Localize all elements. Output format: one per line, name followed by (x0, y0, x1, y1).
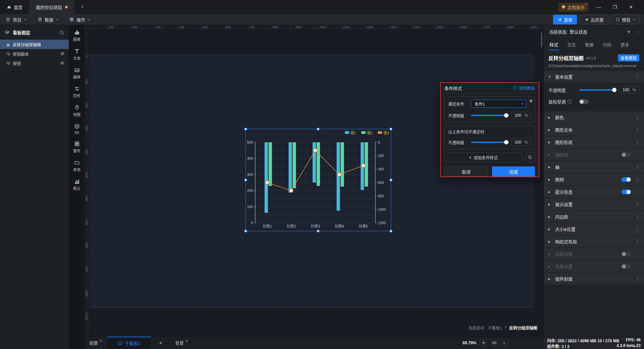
layer-item[interactable]: 按钮副本 (0, 49, 69, 58)
kebab-menu-icon[interactable]: ⋮ (635, 264, 640, 269)
section-组件封面[interactable]: ▶组件封面⋮ (544, 273, 644, 285)
layer-item[interactable]: 按钮 (0, 58, 69, 68)
tab-代码[interactable]: 代码 (603, 39, 611, 50)
minimize-button[interactable]: — (593, 0, 604, 14)
toolbar-item-map[interactable]: 地图 (73, 105, 80, 117)
add-board-button[interactable]: + (151, 337, 170, 349)
section-内边距[interactable]: ▶内边距⋮ (544, 211, 644, 222)
custom-service-badge[interactable]: 定制服务 (558, 3, 588, 12)
menu-data[interactable]: 数据 (32, 14, 64, 25)
toolbar-item-kit[interactable]: 套件 (73, 141, 80, 153)
publish-button[interactable]: 发布 (553, 15, 577, 24)
circle-plus-icon[interactable] (99, 339, 103, 343)
preview-button[interactable]: 预览 (611, 15, 639, 24)
section-大小&位置[interactable]: ▶大小&位置⋮ (544, 223, 644, 235)
breadcrumb-parent[interactable]: 子看板1 (488, 325, 502, 331)
slider-thumb[interactable] (612, 88, 616, 92)
tab-样式[interactable]: 样式 (549, 39, 558, 50)
kebab-menu-icon[interactable]: ⋮ (635, 74, 640, 79)
opacity-input[interactable]: 100 % (619, 86, 639, 94)
section-背景设置[interactable]: ▶背景设置⋮ (544, 260, 644, 272)
home-tab[interactable]: 首页 (0, 0, 29, 14)
kebab-menu-icon[interactable]: ⋮ (635, 276, 640, 281)
kebab-menu-icon[interactable]: ⋮ (635, 227, 640, 232)
section-toggle[interactable] (622, 152, 631, 157)
confirm-button[interactable]: 完成 (492, 166, 535, 177)
cloud-hosting-button[interactable]: 云托管 (580, 15, 608, 24)
section-轴[interactable]: ▶轴⋮ (544, 161, 644, 173)
layer-item[interactable]: 反转分组双轴图 (0, 40, 69, 49)
condition-select[interactable]: 条件1 (471, 100, 527, 108)
cancel-button[interactable]: 取消 (444, 166, 488, 177)
toolbar-item-widget[interactable]: 控件 (73, 86, 80, 98)
section-图形形状[interactable]: ▶图形形状⋮ (544, 136, 644, 148)
section-展示设置[interactable]: ▶展示设置⋮ (544, 198, 644, 210)
section-toggle[interactable] (622, 252, 631, 256)
menu-project[interactable]: 项目 (0, 14, 32, 25)
tutorial-link[interactable]: ? 使用教程 (513, 85, 535, 91)
toolbar-item-default[interactable]: 默认 (73, 179, 80, 191)
section-响应式布局[interactable]: ▶响应式布局⋮ (544, 236, 644, 247)
fallback-opacity-input[interactable]: 100 % (511, 139, 531, 146)
selection-handle[interactable] (317, 230, 320, 233)
toolbar-item-cube[interactable]: 3D (74, 123, 80, 135)
section-图形文本[interactable]: ▶图形文本⋮ (544, 124, 644, 136)
circle-plus-icon[interactable] (185, 339, 189, 343)
slider-thumb[interactable] (504, 113, 508, 118)
eye-off-icon[interactable] (60, 51, 65, 56)
selection-handle[interactable] (389, 128, 392, 131)
toolbar-item-media[interactable]: 媒体 (73, 67, 80, 80)
kebab-menu-icon[interactable]: ⋮ (635, 251, 640, 256)
eye-off-icon[interactable] (60, 61, 65, 65)
legend-item[interactable]: 值2 (361, 130, 373, 135)
selection-handle[interactable] (244, 179, 247, 182)
kebab-menu-icon[interactable]: ⋮ (635, 164, 640, 169)
zoom-level[interactable]: 69.79% (463, 341, 476, 345)
kebab-menu-icon[interactable]: ⋮ (635, 127, 640, 132)
close-button[interactable]: ✕ (625, 0, 637, 14)
selection-handle[interactable] (389, 230, 392, 233)
kebab-menu-icon[interactable]: ⋮ (635, 202, 640, 207)
background-tab[interactable]: 背景 (170, 337, 193, 349)
kebab-menu-icon[interactable]: ⋮ (635, 189, 640, 194)
console-button[interactable] (501, 339, 508, 347)
kebab-menu-icon[interactable]: ⋮ (635, 214, 640, 219)
selection-handle[interactable] (389, 179, 392, 182)
new-tab-button[interactable]: + (74, 0, 90, 14)
selection-handle[interactable] (244, 128, 247, 131)
section-basic-settings[interactable]: ▼ 基本设置 ⋮ (544, 71, 644, 83)
kebab-menu-icon[interactable]: ⋮ (635, 177, 640, 182)
foreground-tab[interactable]: 前景 (85, 337, 107, 349)
expand-states-icon[interactable]: › (637, 29, 639, 34)
section-toggle[interactable] (622, 177, 631, 182)
breadcrumb-target[interactable]: 反转分组双轴图 (509, 325, 537, 331)
menu-actions[interactable]: 操作 (64, 14, 96, 25)
project-tab[interactable]: 我的空白项目 (29, 0, 74, 14)
fallback-opacity-slider[interactable] (471, 142, 508, 143)
toolbar-item-chart[interactable]: 图表 (73, 30, 80, 42)
biaxial-chart-widget[interactable]: 值1值2值3 010020030040050002004006008001000… (246, 129, 391, 231)
remove-condition-icon[interactable]: ✕ (529, 99, 533, 103)
fit-view-button[interactable] (480, 339, 487, 347)
canvas-area[interactable]: 1002003004005006007008009001000110012001… (85, 25, 543, 349)
legend-item[interactable]: 值3 (378, 130, 389, 135)
opacity-slider[interactable] (579, 89, 616, 91)
slider-thumb[interactable] (504, 140, 508, 145)
mouse-through-toggle[interactable] (579, 99, 589, 104)
view-tutorial-button[interactable]: 查看教程 (618, 54, 639, 61)
opacity-slider[interactable] (471, 115, 508, 116)
toolbar-item-local[interactable]: 本地 (73, 160, 80, 172)
kebab-menu-icon[interactable]: ⋮ (635, 140, 640, 145)
section-toggle[interactable] (622, 190, 631, 194)
chart-legend[interactable]: 值1值2值3 (345, 130, 389, 135)
selection-handle[interactable] (244, 230, 247, 233)
section-颜色[interactable]: ▶颜色⋮ (544, 111, 644, 123)
add-condition-button[interactable]: + 添加条件样式 (444, 152, 522, 162)
filter-add-button[interactable] (525, 152, 535, 162)
section-辅助线[interactable]: ▶辅助线⋮ (544, 149, 644, 160)
kebab-menu-icon[interactable]: ⋮ (635, 152, 640, 157)
kebab-menu-icon[interactable]: ⋮ (635, 115, 640, 120)
canvas-scrollbar[interactable] (541, 33, 542, 47)
tab-数据[interactable]: 数据 (585, 39, 594, 50)
tab-更多[interactable]: 更多 (621, 39, 629, 50)
